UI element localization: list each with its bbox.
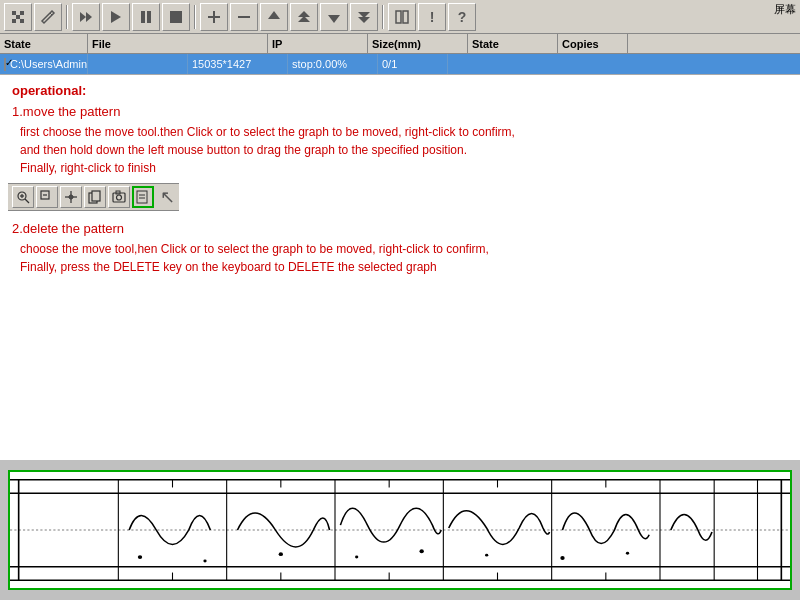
col-file: File: [88, 34, 268, 53]
play-btn[interactable]: [102, 3, 130, 31]
row-copies: 0/1: [378, 54, 448, 74]
fast-play-btn[interactable]: [72, 3, 100, 31]
settings-btn[interactable]: [4, 3, 32, 31]
pattern-canvas: [8, 470, 792, 590]
svg-rect-9: [141, 11, 145, 23]
zoom-magnify-btn[interactable]: [12, 186, 34, 208]
camera-btn[interactable]: [108, 186, 130, 208]
bottom-toolbar: ↖: [8, 183, 179, 211]
svg-point-69: [355, 556, 358, 559]
remove-btn[interactable]: [230, 3, 258, 31]
svg-point-67: [203, 559, 206, 562]
top-btn[interactable]: [290, 3, 318, 31]
separator1: [66, 5, 68, 29]
row-file-short: C:\Users\Administrator\Deskto...: [10, 58, 88, 70]
step1-detail2: and then hold down the left mouse button…: [20, 141, 788, 159]
svg-point-66: [138, 555, 142, 559]
step2-detail1: choose the move tool,hen Click or to sel…: [20, 240, 788, 258]
svg-point-70: [420, 549, 424, 553]
svg-marker-8: [111, 11, 121, 23]
svg-rect-1: [20, 11, 24, 15]
screen-label: 屏幕: [774, 2, 796, 17]
main-toolbar: ! ?: [0, 0, 800, 34]
zoom-out-btn[interactable]: [36, 186, 58, 208]
svg-line-24: [25, 199, 29, 203]
content-wrapper: State File IP Size(mm) State Copies C:\U…: [0, 34, 800, 600]
svg-rect-0: [12, 11, 16, 15]
active-tool-btn[interactable]: [132, 186, 154, 208]
step2-detail2: Finally, press the DELETE key on the key…: [20, 258, 788, 276]
columns-btn[interactable]: [388, 3, 416, 31]
svg-marker-15: [268, 11, 280, 19]
col-size: Size(mm): [368, 34, 468, 53]
tool-btn[interactable]: [34, 3, 62, 31]
col-copies: Copies: [558, 34, 628, 53]
separator3: [382, 5, 384, 29]
step2-label: 2.delete the pattern: [12, 221, 788, 236]
svg-rect-11: [170, 11, 182, 23]
svg-rect-37: [137, 191, 147, 203]
crosshair-btn[interactable]: [60, 186, 82, 208]
instruction-title: operational:: [12, 83, 788, 98]
separator2: [194, 5, 196, 29]
svg-rect-3: [20, 19, 24, 23]
svg-marker-7: [86, 12, 92, 22]
col-state2: State: [468, 34, 558, 53]
svg-point-71: [485, 554, 488, 557]
step1-detail3: Finally, right-click to finish: [20, 159, 788, 177]
row-check[interactable]: C:\Users\Administrator\Deskto...: [0, 54, 88, 74]
col-ip: IP: [268, 34, 368, 53]
copy-tool-btn[interactable]: [84, 186, 106, 208]
col-state: State: [0, 34, 88, 53]
step1-label: 1.move the pattern: [12, 104, 788, 119]
svg-rect-22: [403, 11, 408, 23]
exclaim-btn[interactable]: !: [418, 3, 446, 31]
svg-point-35: [117, 195, 122, 200]
cursor-indicator: ↖: [160, 186, 175, 208]
svg-marker-6: [80, 12, 86, 22]
row-size: 15035*1427: [188, 54, 288, 74]
svg-point-73: [626, 552, 629, 555]
row-ip: [88, 54, 188, 74]
pause-btn[interactable]: [132, 3, 160, 31]
svg-rect-10: [147, 11, 151, 23]
step1-detail1: first choose the move tool.then Click or…: [20, 123, 788, 141]
add-btn[interactable]: [200, 3, 228, 31]
table-header: State File IP Size(mm) State Copies: [0, 34, 800, 54]
svg-line-5: [50, 13, 52, 15]
svg-point-68: [279, 552, 283, 556]
svg-rect-4: [16, 15, 20, 19]
down-btn[interactable]: [320, 3, 348, 31]
stop-btn[interactable]: [162, 3, 190, 31]
row-state: stop:0.00%: [288, 54, 378, 74]
row-checkbox[interactable]: [4, 58, 6, 71]
svg-rect-21: [396, 11, 401, 23]
svg-marker-18: [328, 15, 340, 23]
main-instructions: operational: 1.move the pattern first ch…: [0, 75, 800, 460]
table-data-row[interactable]: C:\Users\Administrator\Deskto... 15035*1…: [0, 54, 800, 74]
up-btn[interactable]: [260, 3, 288, 31]
svg-point-72: [560, 556, 564, 560]
svg-rect-33: [92, 191, 100, 201]
bottom-btn[interactable]: [350, 3, 378, 31]
pattern-svg: [10, 472, 790, 588]
question-btn[interactable]: ?: [448, 3, 476, 31]
file-table: State File IP Size(mm) State Copies C:\U…: [0, 34, 800, 75]
svg-rect-2: [12, 19, 16, 23]
